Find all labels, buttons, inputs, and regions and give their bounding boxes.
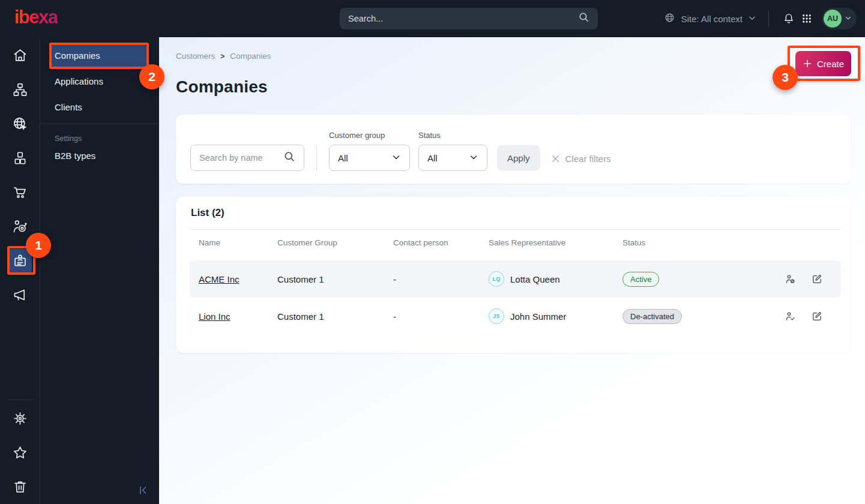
product-catalog-icon — [12, 150, 28, 166]
bookmarks-star-icon — [12, 445, 28, 461]
primary-sidebar — [0, 37, 40, 504]
breadcrumb: Customers > Companies — [176, 51, 851, 61]
sidebar-item-trash[interactable] — [0, 470, 40, 504]
user-menu[interactable]: AU — [822, 8, 857, 29]
main-content: Customers > Companies Companies Custo — [159, 37, 865, 504]
topbar-divider — [768, 11, 769, 26]
column-customer-group: Customer Group — [277, 238, 393, 247]
row-actions — [775, 273, 841, 285]
sidebar-item-bookmarks[interactable] — [0, 436, 40, 470]
filter-divider — [316, 145, 317, 171]
selected-sidebar-highlight — [8, 249, 32, 273]
column-name: Name — [199, 238, 277, 247]
edit-button[interactable] — [811, 273, 823, 285]
search-icon — [579, 12, 589, 25]
clear-filters-button[interactable]: Clear filters — [551, 154, 611, 164]
company-name-link[interactable]: Lion Inc — [199, 311, 231, 322]
ibexa-logo: ibexa — [14, 8, 58, 30]
site-context-selector[interactable]: Site: All context — [664, 12, 756, 25]
breadcrumb-companies[interactable]: Companies — [230, 52, 271, 61]
sidebar-item-dashboard[interactable] — [0, 38, 40, 73]
filter-search-field[interactable] — [190, 145, 304, 171]
table-header: Name Customer Group Contact person Sales… — [190, 230, 841, 255]
global-search-input[interactable] — [348, 14, 579, 23]
page-title: Companies — [176, 77, 851, 96]
customers-badge-icon — [12, 253, 28, 269]
globe-icon — [664, 12, 675, 25]
edit-icon — [811, 273, 823, 285]
sidebar-bottom-group — [0, 400, 40, 504]
chevron-down-icon — [391, 152, 401, 164]
menu-item-b2b-types[interactable]: B2B types — [40, 151, 159, 161]
menu-item-applications[interactable]: Applications — [51, 71, 146, 92]
customer-group-field: Customer group All — [329, 131, 410, 171]
filter-search-input[interactable] — [199, 153, 283, 163]
table-row[interactable]: Lion Inc Customer 1 - JS John Summer De-… — [190, 298, 841, 335]
top-bar: ibexa Site: All context — [0, 0, 865, 37]
sidebar-item-admin[interactable] — [0, 401, 40, 436]
collapse-sidebar-button[interactable] — [136, 484, 149, 499]
edit-button[interactable] — [811, 310, 823, 322]
deactivate-user-button[interactable] — [785, 273, 797, 285]
contact-person-cell: - — [393, 311, 489, 322]
customer-group-value: All — [338, 153, 348, 163]
sidebar-item-marketing[interactable] — [0, 278, 40, 312]
sales-rep-avatar: JS — [489, 308, 504, 324]
site-globe-icon — [12, 116, 28, 132]
breadcrumb-separator: > — [220, 52, 225, 61]
sales-rep-avatar: LQ — [489, 271, 504, 287]
global-search[interactable] — [340, 8, 598, 29]
settings-gear-icon — [12, 410, 28, 427]
column-contact-person: Contact person — [393, 238, 489, 247]
secondary-sidebar: Companies Applications Clients Settings … — [40, 37, 159, 504]
apply-button[interactable]: Apply — [497, 145, 540, 170]
status-select[interactable]: All — [418, 145, 487, 171]
customer-group-cell: Customer 1 — [277, 274, 393, 284]
menu-item-companies[interactable]: Companies — [51, 45, 146, 67]
breadcrumb-customers[interactable]: Customers — [176, 52, 215, 61]
sidebar-divider — [7, 400, 33, 400]
sidebar-item-commerce[interactable] — [0, 175, 40, 209]
chevron-down-icon — [748, 14, 756, 24]
notifications-bell-icon[interactable] — [780, 10, 798, 28]
sidebar-item-personalization[interactable] — [0, 209, 40, 244]
customer-group-cell: Customer 1 — [277, 311, 393, 322]
status-label: Status — [418, 131, 487, 140]
menu-section-settings: Settings — [40, 124, 159, 143]
collapse-icon — [136, 484, 149, 497]
sidebar-item-product-catalog[interactable] — [0, 141, 40, 175]
contact-person-cell: - — [393, 274, 489, 284]
activate-user-button[interactable] — [785, 310, 797, 322]
site-context-label: Site: All context — [681, 14, 743, 24]
search-icon — [284, 151, 295, 164]
sales-rep-name: Lotta Queen — [510, 274, 560, 284]
status-field: Status All — [418, 131, 487, 171]
customer-group-select[interactable]: All — [329, 145, 410, 171]
status-badge: Active — [622, 272, 659, 287]
create-button[interactable]: Create — [795, 51, 851, 76]
topbar-right-group: Site: All context AU — [664, 8, 857, 29]
column-sales-representative: Sales Representative — [489, 238, 622, 247]
sidebar-item-content[interactable] — [0, 73, 40, 107]
companies-list-card: List (2) Name Customer Group Contact per… — [176, 197, 851, 353]
company-name-link[interactable]: ACME Inc — [199, 274, 240, 284]
app-window: ibexa Site: All context — [0, 0, 865, 504]
list-heading: List (2) — [191, 207, 841, 219]
apps-grid-icon[interactable] — [798, 10, 816, 28]
sidebar-item-site[interactable] — [0, 107, 40, 141]
filters-row: Customer group All Status All — [190, 115, 836, 184]
marketing-megaphone-icon — [12, 287, 28, 303]
commerce-cart-icon — [12, 184, 28, 200]
user-avatar: AU — [824, 10, 842, 28]
sitemap-icon — [12, 82, 28, 98]
sales-rep-cell: JS John Summer — [489, 308, 622, 324]
table-row[interactable]: ACME Inc Customer 1 - LQ Lotta Queen Act… — [190, 260, 841, 298]
menu-item-clients[interactable]: Clients — [51, 97, 146, 118]
trash-icon — [12, 479, 28, 495]
sales-rep-name: John Summer — [510, 311, 566, 322]
sidebar-item-customers[interactable] — [0, 244, 40, 278]
user-block-icon — [785, 273, 797, 285]
filters-card: Customer group All Status All — [176, 115, 851, 184]
home-icon — [12, 47, 28, 64]
x-icon — [551, 154, 560, 163]
